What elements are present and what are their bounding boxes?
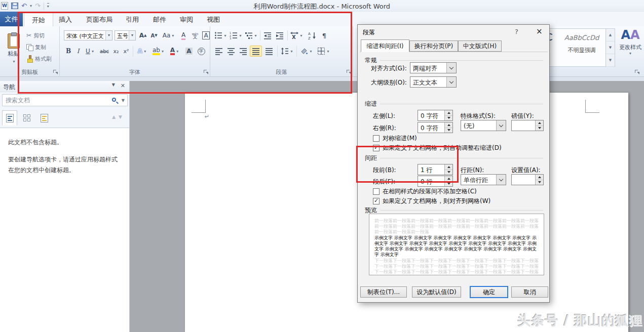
preview-next-paragraph: 下一段落下一段落下一段落下一段落下一段落下一段落下一段落下一段落下一段落下一段落… bbox=[374, 258, 539, 275]
styles-gallery-scroll: ▲ ▼ ▼ bbox=[605, 29, 615, 66]
alignment-dropdown-icon[interactable] bbox=[446, 63, 456, 73]
change-styles-label: 更改样式 bbox=[619, 44, 641, 51]
outline-level-combo[interactable]: 正文文本 bbox=[410, 76, 457, 88]
nav-prev-next-icons: ▲▼ bbox=[112, 114, 125, 119]
gallery-up-icon[interactable]: ▲ bbox=[606, 29, 615, 42]
nav-tab-browse-results[interactable] bbox=[36, 110, 52, 126]
annotation-rectangle-spacing bbox=[356, 146, 459, 183]
dialog-tab-indents-spacing[interactable]: 缩进和间距(I) bbox=[361, 39, 409, 52]
margin-mark-top-right bbox=[585, 100, 586, 113]
spin-down-icon[interactable] bbox=[445, 128, 452, 133]
set-default-button[interactable]: 设为默认值(D) bbox=[412, 286, 461, 298]
indent-right-label: 右侧(R): bbox=[373, 124, 396, 133]
checkbox-unchecked[interactable] bbox=[373, 135, 380, 142]
nav-search-box[interactable]: ▼ bbox=[2, 94, 128, 106]
cancel-button[interactable]: 取消 bbox=[511, 286, 548, 298]
outline-level-label: 大纲级别(O): bbox=[371, 78, 407, 87]
style-sample: AaBbCcDd bbox=[559, 34, 604, 42]
search-input[interactable] bbox=[6, 96, 97, 104]
special-dropdown-icon[interactable] bbox=[496, 120, 506, 131]
navigation-pane-title: 导航 bbox=[3, 83, 15, 92]
preview-box: 前一段落前一段落前一段落前一段落前一段落前一段落前一段落前一段落前一段落前一段落… bbox=[369, 214, 544, 275]
gallery-more-icon[interactable]: ▼ bbox=[606, 54, 615, 67]
preview-previous-paragraph: 前一段落前一段落前一段落前一段落前一段落前一段落前一段落前一段落前一段落前一段落… bbox=[374, 218, 539, 235]
nav-tab-browse-pages[interactable] bbox=[19, 110, 34, 126]
change-styles-icon: AA bbox=[621, 28, 639, 42]
checkbox-checked[interactable] bbox=[373, 198, 380, 204]
alignment-label: 对齐方式(G): bbox=[371, 64, 407, 73]
indent-right-spinner[interactable]: 0 字符 bbox=[418, 122, 453, 133]
dialog-tab-line-page-breaks[interactable]: 换行和分页(P) bbox=[409, 40, 458, 52]
styles-dialog-launcher-icon[interactable] bbox=[635, 70, 640, 75]
margin-mark-top-right bbox=[585, 112, 599, 113]
nav-message-no-headings: 此文档不包含标题。 bbox=[8, 138, 63, 147]
outline-dropdown-icon[interactable] bbox=[446, 77, 456, 87]
nav-tab-browse-headings[interactable] bbox=[2, 110, 17, 126]
indent-left-label: 左侧(L): bbox=[373, 112, 395, 120]
style-label: 不明显强调 bbox=[559, 47, 604, 54]
style-item-subtle-emphasis[interactable]: AaBbCcDd 不明显强调 bbox=[559, 31, 604, 64]
alignment-combo[interactable]: 两端对齐 bbox=[410, 62, 457, 73]
nav-message-create-headings: 要创建导航选项卡，请通过应用标题样式在您的文档中创建标题。 bbox=[8, 154, 121, 176]
special-format-combo[interactable]: (无) bbox=[461, 120, 506, 131]
tabs-button[interactable]: 制表位(T)... bbox=[360, 286, 407, 298]
by-label: 磅值(Y): bbox=[511, 112, 534, 120]
section-indent: 缩进 bbox=[365, 100, 543, 108]
at-value-label: 设置值(A): bbox=[511, 166, 541, 175]
annotation-rectangle-ribbon bbox=[18, 12, 352, 94]
spin-down-icon[interactable] bbox=[536, 180, 543, 185]
navigation-pane: 导航 ▼ ✕ ▼ ▲▼ 此文档不包含标题。 要创建导航选项卡，请通过应用标题样式… bbox=[0, 81, 130, 332]
browse-results-icon bbox=[41, 114, 48, 122]
margin-mark-top-left bbox=[192, 112, 206, 113]
line-spacing-dropdown-icon[interactable] bbox=[496, 175, 506, 185]
spin-up-icon[interactable] bbox=[536, 175, 543, 180]
indent-left-spinner[interactable]: 0 字符 bbox=[418, 110, 453, 121]
line-spacing-combo[interactable]: 单倍行距 bbox=[461, 174, 506, 185]
watermark-text: 头条号 / 那山的狐狸 bbox=[513, 312, 642, 329]
search-icon[interactable] bbox=[112, 98, 116, 102]
browse-headings-icon bbox=[6, 114, 14, 122]
line-spacing-label: 行距(N): bbox=[461, 166, 484, 175]
at-value-spinner[interactable] bbox=[511, 174, 544, 185]
spin-up-icon[interactable] bbox=[445, 122, 452, 128]
nav-tabs bbox=[2, 110, 52, 127]
browse-pages-icon bbox=[23, 114, 30, 121]
no-space-same-style-checkbox[interactable]: 在相同样式的段落间不添加空格(C) bbox=[373, 187, 477, 196]
dialog-help-icon[interactable]: ? bbox=[515, 28, 518, 35]
gallery-down-icon[interactable]: ▼ bbox=[606, 42, 615, 54]
ok-button[interactable]: 确定 bbox=[470, 286, 508, 298]
dialog-close-icon[interactable]: × bbox=[536, 27, 543, 36]
snap-to-grid-checkbox[interactable]: 如果定义了文档网格，则对齐到网格(W) bbox=[373, 197, 490, 205]
spin-down-icon[interactable] bbox=[536, 126, 543, 131]
paragraph-mark-icon: ↵ bbox=[205, 113, 209, 120]
special-format-label: 特殊格式(S): bbox=[461, 112, 496, 120]
checkbox-unchecked[interactable] bbox=[373, 188, 380, 195]
by-spinner[interactable] bbox=[511, 120, 544, 131]
spin-up-icon[interactable] bbox=[536, 120, 543, 126]
spin-up-icon[interactable] bbox=[445, 110, 452, 116]
dialog-title: 段落 bbox=[363, 28, 375, 37]
mirror-indents-checkbox[interactable]: 对称缩进(M) bbox=[373, 134, 417, 143]
nav-content: 此文档不包含标题。 要创建导航选项卡，请通过应用标题样式在您的文档中创建标题。 bbox=[0, 128, 129, 332]
title-bar: ↶▾ ↷ ▾ 利用Word制作流程图.docx - Microsoft Word bbox=[0, 0, 644, 12]
margin-mark-top-left bbox=[205, 100, 206, 113]
window-title: 利用Word制作流程图.docx - Microsoft Word bbox=[0, 2, 644, 11]
preview-sample-text: 示例文字 示例文字 示例文字 示例文字 示例文字 示例文字 示例文字 示例文字 … bbox=[374, 235, 539, 258]
search-options-dropdown-icon[interactable]: ▼ bbox=[122, 98, 125, 103]
change-styles-button[interactable]: AA 更改样式 ▾ bbox=[618, 28, 642, 69]
spin-down-icon[interactable] bbox=[445, 116, 452, 121]
dialog-tab-asian-typography[interactable]: 中文版式(H) bbox=[458, 40, 502, 52]
change-styles-dropdown-icon: ▾ bbox=[629, 51, 631, 56]
